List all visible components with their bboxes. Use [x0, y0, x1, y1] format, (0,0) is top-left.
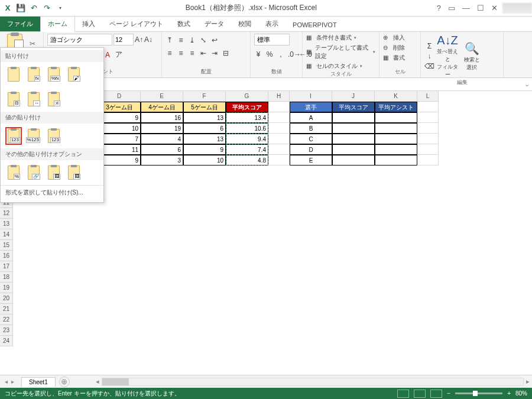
delete-cells-button[interactable]: ⊖削除 — [383, 44, 417, 52]
cell[interactable] — [268, 134, 290, 144]
wrap-text-icon[interactable]: ↩ — [210, 36, 219, 44]
col-header[interactable]: F — [183, 91, 226, 102]
row-header[interactable]: 14 — [0, 229, 13, 240]
col-header[interactable]: I — [290, 91, 332, 102]
help-icon[interactable]: ? — [437, 4, 441, 12]
cell[interactable]: 16 — [141, 112, 183, 123]
cell[interactable]: 平均アシスト — [375, 102, 417, 112]
cell[interactable]: 平均スコア — [226, 102, 268, 112]
percent-icon[interactable]: % — [265, 50, 274, 59]
align-bottom-icon[interactable]: ⤓ — [188, 36, 196, 44]
cell[interactable]: 3 — [141, 155, 183, 166]
cell[interactable] — [332, 144, 375, 155]
undo-icon[interactable]: ↶ — [28, 3, 39, 14]
cell[interactable]: 9 — [183, 144, 226, 155]
font-name-select[interactable] — [47, 34, 112, 46]
cell[interactable]: 6 — [141, 144, 183, 155]
tab-view[interactable]: 表示 — [258, 17, 286, 31]
paste-values[interactable]: 123 — [5, 127, 22, 145]
redo-icon[interactable]: ↷ — [41, 3, 52, 14]
row-header[interactable]: 21 — [0, 304, 13, 314]
cell[interactable] — [268, 102, 290, 112]
paste-keep-source[interactable]: 🖌 — [66, 66, 82, 83]
cell[interactable] — [332, 123, 375, 134]
find-select-button[interactable]: 🔍 検索と 選択 — [460, 41, 483, 72]
tab-review[interactable]: 校閲 — [231, 17, 258, 31]
cell[interactable] — [417, 102, 439, 112]
row-header[interactable]: 12 — [0, 208, 13, 219]
paste-link[interactable]: 🔗 — [25, 164, 42, 181]
cell[interactable]: 4ゲーム目 — [141, 102, 183, 112]
row-header[interactable]: 19 — [0, 283, 13, 293]
cell[interactable] — [375, 155, 417, 166]
tab-data[interactable]: データ — [197, 17, 231, 31]
tab-powerpivot[interactable]: POWERPIVOT — [286, 18, 344, 31]
decrease-font-icon[interactable]: A↓ — [144, 35, 153, 44]
cell[interactable] — [268, 112, 290, 123]
cell[interactable]: 5ゲーム目 — [183, 102, 226, 112]
maximize-icon[interactable]: ☐ — [477, 4, 484, 12]
cell[interactable]: 10 — [98, 123, 141, 134]
cell[interactable] — [268, 123, 290, 134]
user-account[interactable] — [502, 3, 532, 14]
zoom-out-icon[interactable]: − — [447, 390, 450, 397]
cell[interactable] — [268, 155, 290, 166]
cell[interactable]: 9 — [98, 155, 141, 166]
cell[interactable]: 選手 — [290, 102, 332, 112]
add-sheet-button[interactable]: ⊕ — [59, 377, 70, 387]
increase-font-icon[interactable]: A↑ — [135, 35, 143, 44]
cell[interactable]: 19 — [141, 123, 183, 134]
cell[interactable] — [375, 134, 417, 144]
tab-layout[interactable]: ページ レイアウト — [102, 17, 170, 31]
clear-icon[interactable]: ⌫ — [424, 62, 434, 70]
cell[interactable]: 9.4 — [226, 134, 268, 144]
cell[interactable] — [332, 112, 375, 123]
cell[interactable] — [268, 144, 290, 155]
indent-inc-icon[interactable]: ⇥ — [210, 49, 219, 57]
cell[interactable] — [375, 144, 417, 155]
row-header[interactable]: 16 — [0, 251, 13, 261]
cell[interactable]: 4 — [141, 134, 183, 144]
cell[interactable]: 13 — [183, 134, 226, 144]
page-break-view-icon[interactable] — [430, 390, 442, 398]
cell[interactable]: D — [290, 144, 332, 155]
paste-all[interactable] — [5, 66, 22, 83]
indent-dec-icon[interactable]: ⇤ — [199, 49, 207, 57]
orientation-icon[interactable]: ⤡ — [199, 36, 207, 44]
paste-values-source-format[interactable]: 123 — [46, 127, 62, 145]
cell[interactable]: C — [290, 134, 332, 144]
autosum-icon[interactable]: Σ — [424, 42, 434, 50]
font-size-select[interactable] — [113, 34, 134, 46]
paste-formatting[interactable]: % — [5, 164, 22, 181]
col-header[interactable]: E — [141, 91, 183, 102]
paste-no-borders[interactable]: ⊟ — [5, 90, 22, 108]
formula-expand-icon[interactable]: ⌄ — [521, 80, 532, 88]
cell[interactable]: 10.6 — [226, 123, 268, 134]
zoom-in-icon[interactable]: + — [507, 390, 511, 397]
cell-style-button[interactable]: ▦セルのスタイル▾ — [306, 62, 375, 70]
cell[interactable]: 10 — [183, 155, 226, 166]
cell[interactable]: 3ゲーム目 — [98, 102, 141, 112]
cell[interactable]: 4.8 — [226, 155, 268, 166]
row-header[interactable]: 24 — [0, 336, 13, 346]
minimize-icon[interactable]: ― — [462, 4, 470, 12]
page-layout-view-icon[interactable] — [414, 390, 426, 398]
cell[interactable]: 9 — [98, 112, 141, 123]
number-format-select[interactable] — [254, 34, 290, 46]
tab-home[interactable]: ホーム — [40, 16, 75, 32]
cell[interactable]: 11 — [98, 144, 141, 155]
cell[interactable] — [417, 144, 439, 155]
format-as-table-button[interactable]: ▦テーブルとして書式設定▾ — [306, 44, 375, 60]
font-color-button[interactable]: A — [103, 51, 112, 59]
cell[interactable]: 7 — [98, 134, 141, 144]
cell[interactable] — [417, 134, 439, 144]
row-header[interactable]: 20 — [0, 293, 13, 304]
row-header[interactable]: 23 — [0, 325, 13, 336]
comma-icon[interactable]: , — [277, 50, 285, 59]
col-header[interactable]: H — [268, 91, 290, 102]
cell[interactable]: B — [290, 123, 332, 134]
tab-file[interactable]: ファイル — [0, 17, 40, 31]
align-top-icon[interactable]: ⤒ — [166, 36, 174, 44]
merge-icon[interactable]: ⊟ — [222, 49, 230, 57]
cell[interactable] — [417, 155, 439, 166]
